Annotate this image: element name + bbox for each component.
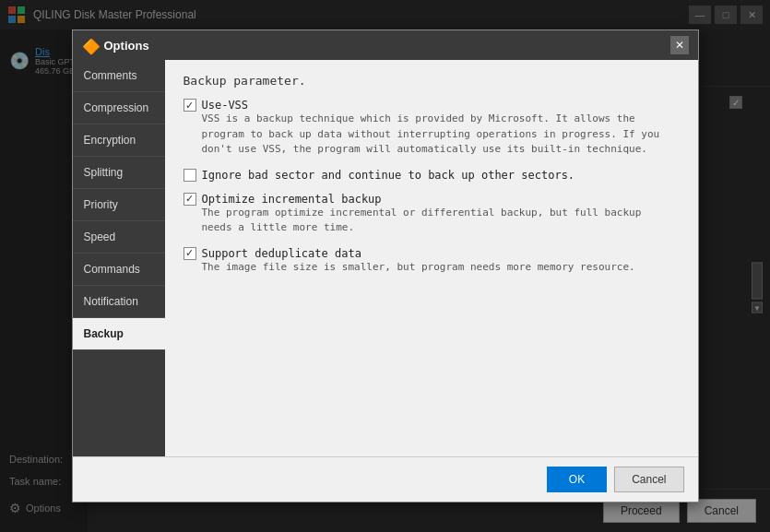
- menu-encryption[interactable]: Encryption: [73, 124, 165, 157]
- dialog-close-button[interactable]: ✕: [670, 36, 689, 54]
- ignore-bad-sector-label: Ignore bad sector and continue to back u…: [202, 169, 575, 182]
- dialog-footer: OK Cancel: [73, 456, 698, 502]
- menu-priority[interactable]: Priority: [73, 189, 165, 221]
- modal-overlay: 🔶 Options ✕ Comments Compression Encrypt…: [0, 0, 770, 532]
- section-title: Backup parameter.: [184, 74, 680, 88]
- menu-commands[interactable]: Commands: [73, 254, 165, 286]
- optimize-incremental-section: Optimize incremental backup The program …: [184, 193, 680, 236]
- menu-speed[interactable]: Speed: [73, 221, 165, 254]
- menu-notification[interactable]: Notification: [73, 286, 165, 318]
- use-vss-checkbox[interactable]: [184, 99, 196, 112]
- dialog-icon: 🔶: [82, 38, 97, 53]
- dialog-titlebar: 🔶 Options ✕: [73, 30, 698, 60]
- support-deduplicate-checkbox[interactable]: [184, 247, 196, 260]
- optimize-incremental-checkbox[interactable]: [184, 193, 196, 206]
- dialog-title: Options: [104, 39, 663, 53]
- cancel-button[interactable]: Cancel: [614, 467, 683, 492]
- options-dialog: 🔶 Options ✕ Comments Compression Encrypt…: [72, 30, 699, 502]
- optimize-incremental-label: Optimize incremental backup: [202, 193, 382, 206]
- menu-backup[interactable]: Backup: [73, 318, 165, 350]
- ok-button[interactable]: OK: [547, 467, 607, 492]
- optimize-incremental-row: Optimize incremental backup: [184, 193, 680, 206]
- use-vss-label: Use-VSS: [202, 99, 249, 112]
- support-deduplicate-section: Support deduplicate data The image file …: [184, 247, 680, 276]
- ignore-bad-sector-checkbox[interactable]: [184, 169, 196, 182]
- support-deduplicate-label: Support deduplicate data: [202, 247, 361, 260]
- support-deduplicate-desc: The image file size is smaller, but prog…: [202, 260, 680, 276]
- optimize-incremental-desc: The program optimize incremental or diff…: [202, 206, 680, 236]
- ignore-bad-sector-row: Ignore bad sector and continue to back u…: [184, 169, 680, 182]
- use-vss-row: Use-VSS: [184, 99, 680, 112]
- ignore-bad-sector-section: Ignore bad sector and continue to back u…: [184, 169, 680, 182]
- menu-comments[interactable]: Comments: [73, 60, 165, 92]
- menu-compression[interactable]: Compression: [73, 92, 165, 124]
- dialog-content: Backup parameter. Use-VSS VSS is a backu…: [165, 60, 698, 456]
- support-deduplicate-row: Support deduplicate data: [184, 247, 680, 260]
- dialog-menu: Comments Compression Encryption Splittin…: [73, 60, 165, 456]
- use-vss-desc: VSS is a backup technique which is provi…: [202, 112, 680, 158]
- dialog-body: Comments Compression Encryption Splittin…: [73, 60, 698, 456]
- use-vss-section: Use-VSS VSS is a backup technique which …: [184, 99, 680, 158]
- menu-splitting[interactable]: Splitting: [73, 157, 165, 189]
